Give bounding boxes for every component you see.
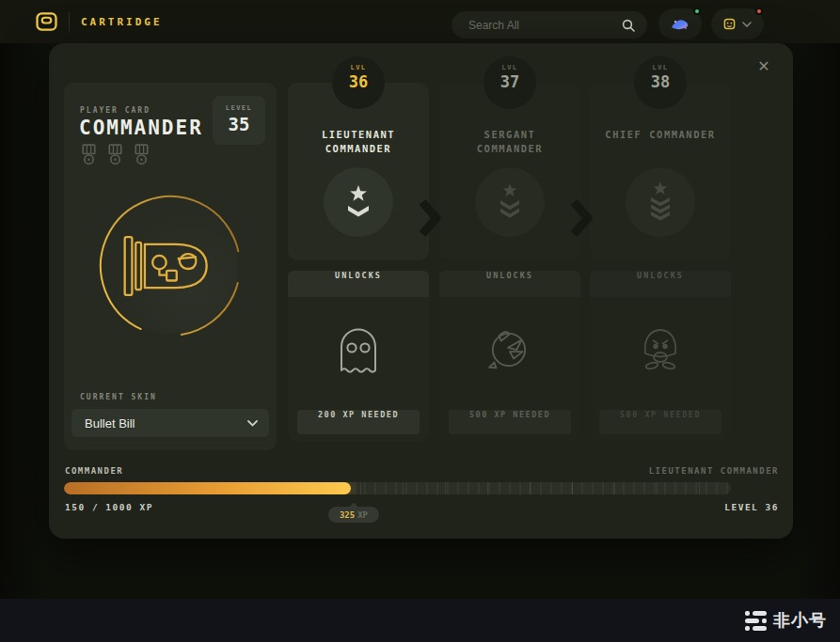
medal-row [79, 143, 151, 166]
bullet-bill-outline-icon [116, 229, 225, 303]
rank-name: LIEUTENANT COMMANDER [288, 128, 429, 156]
xp-tooltip: 325 XP [328, 507, 379, 523]
level-notch: LVL 37 [483, 56, 536, 109]
skin-dropdown-value: Bullet Bill [85, 416, 135, 431]
xp-needed-button[interactable]: 200 XP NEEDED [297, 410, 420, 434]
chevron-down-icon [247, 420, 258, 427]
search-input[interactable] [467, 18, 622, 33]
account-avatar-icon [723, 18, 736, 30]
unlocks-header: UNLOCKS [439, 271, 580, 297]
xp-needed-button[interactable]: 500 XP NEEDED [449, 410, 571, 434]
player-rank-name: COMMANDER [79, 117, 203, 139]
lvl-value: 38 [634, 72, 687, 91]
level-label: LEVEL [213, 104, 265, 112]
current-rank-label: COMMANDER [65, 466, 123, 476]
level-notch: LVL 38 [634, 56, 687, 109]
cheep-cheep-icon [486, 325, 533, 372]
chevron-right-connector-icon [570, 199, 594, 237]
lvl-label: LVL [483, 64, 536, 71]
current-skin-label: CURRENT SKIN [80, 393, 157, 401]
rank-card-lvl-36: LVL 36 LIEUTENANT COMMANDER [288, 83, 429, 260]
level-value: 35 [213, 114, 265, 134]
rank-star-three-chevrons-icon [626, 167, 695, 237]
level-box: LEVEL 35 [213, 96, 265, 145]
player-card-label: PLAYER CARD [80, 106, 151, 115]
lvl-label: LVL [332, 64, 385, 71]
medal-icon [105, 143, 125, 166]
search-icon[interactable] [622, 19, 635, 32]
rank-name: SERGANT COMMANDER [439, 128, 580, 156]
unlocks-header: UNLOCKS [288, 271, 429, 297]
cartridge-logo-icon [36, 12, 57, 31]
rank-star-one-chevron-icon [324, 167, 393, 237]
top-navbar: CARTRIDGE [0, 0, 840, 43]
rank-name: CHIEF COMMANDER [590, 128, 731, 142]
chevron-right-connector-icon [419, 199, 443, 237]
divider [69, 12, 70, 31]
search-bar[interactable] [452, 11, 647, 39]
skin-dropdown[interactable]: Bullet Bill [71, 409, 269, 437]
unlocks-header: UNLOCKS [590, 271, 731, 297]
skin-avatar [99, 195, 242, 337]
unlock-panel-lvl-38: 500 XP NEEDED [590, 297, 731, 442]
rank-star-two-chevrons-icon [475, 167, 545, 237]
player-card: PLAYER CARD COMMANDER LEVEL 35 [64, 83, 277, 450]
brand-name: CARTRIDGE [81, 16, 163, 28]
next-rank-label: LIEUTENANT COMMANDER [649, 466, 779, 476]
lvl-value: 37 [483, 72, 536, 91]
next-level-label: LEVEL 36 [724, 502, 779, 512]
chevron-down-icon [742, 22, 752, 27]
feixiaohao-logo-icon [745, 611, 767, 631]
xp-progress-bar [64, 482, 731, 494]
rank-progression-modal: ✕ PLAYER CARD COMMANDER LEVEL 35 [49, 43, 793, 539]
close-icon[interactable]: ✕ [753, 56, 774, 77]
watermark-text: 非小号 [773, 609, 827, 632]
xp-progress-fill [64, 482, 351, 494]
rank-card-lvl-37: LVL 37 SERGANT COMMANDER [439, 83, 580, 260]
medal-icon [132, 143, 151, 166]
brand[interactable]: CARTRIDGE [36, 12, 163, 31]
medal-icon [79, 143, 99, 166]
xp-needed-button[interactable]: 500 XP NEEDED [599, 410, 721, 434]
rank-card-lvl-38: LVL 38 CHIEF COMMANDER [590, 83, 731, 260]
xp-amount-label: 150 / 1000 XP [65, 502, 153, 512]
feixiaohao-watermark: 非小号 [745, 609, 827, 632]
lvl-label: LVL [634, 64, 687, 71]
alert-status-dot [755, 8, 763, 15]
level-notch: LVL 36 [332, 56, 385, 109]
ghost-icon [337, 325, 380, 376]
unlock-panel-lvl-36: 200 XP NEEDED [288, 297, 429, 442]
nebula-avatar-icon [670, 17, 690, 32]
goomba-icon [635, 325, 686, 372]
tooltip-unit: XP [357, 510, 368, 520]
footer-strip: 非小号 [0, 599, 840, 642]
online-status-dot [693, 8, 701, 15]
unlock-panel-lvl-37: 500 XP NEEDED [439, 297, 580, 442]
lvl-value: 36 [332, 72, 385, 91]
